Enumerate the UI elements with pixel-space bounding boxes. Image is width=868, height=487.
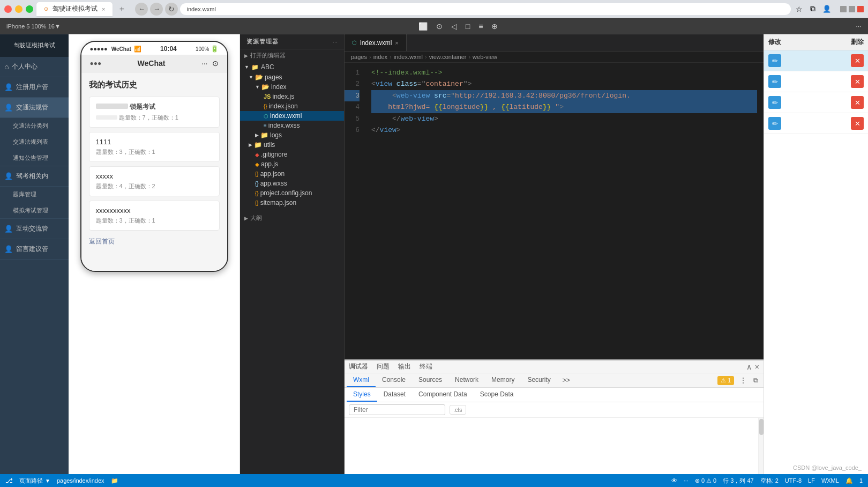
sidebar-item-users[interactable]: 👤 注册用户管 [0, 77, 69, 98]
star-btn[interactable]: ☆ [793, 3, 805, 15]
exam-card-3[interactable]: xxxxxxxxxx 题量数：3，正确数：1 [89, 201, 220, 231]
devtools-problems-tab[interactable]: 问题 [377, 362, 390, 371]
nav-forward-btn[interactable]: → [150, 3, 163, 16]
account-btn[interactable]: 👤 [821, 3, 833, 15]
sidebar-item-interaction[interactable]: 👤 互动交流管 [0, 219, 69, 239]
devtools-collapse-btn[interactable]: ∧ [746, 363, 752, 371]
breadcrumb-container[interactable]: view.container [429, 54, 467, 60]
tool5-btn[interactable]: ≡ [478, 22, 483, 31]
toolbar-more-btn[interactable]: ··· [856, 22, 862, 30]
code-content[interactable]: <!--index.wxml--> <view class="container… [365, 63, 764, 359]
file-tree-outline[interactable]: ▶ 大纲 [240, 212, 344, 224]
delete-btn-1[interactable]: ✕ [851, 54, 864, 67]
browser-tab[interactable]: ⊙ 驾驶证模拟考试 × [36, 2, 113, 16]
warn-badge[interactable]: ⚠ 1 [717, 376, 734, 385]
file-node-utils[interactable]: ▶ 📁 utils [240, 140, 344, 150]
open-editor-section[interactable]: ▶ 打开的编辑器 [240, 49, 344, 62]
tool3-btn[interactable]: ◁ [451, 22, 457, 31]
devtools-undock-btn[interactable]: ⧉ [750, 374, 761, 386]
error-indicator[interactable]: ⊗ 0 ⚠ 0 [695, 477, 716, 484]
devtools-tab-security[interactable]: Security [521, 373, 557, 387]
sidebar-item-exam[interactable]: 👤 驾考相关内 [0, 166, 69, 187]
file-node-app-json[interactable]: {} app.json [240, 169, 344, 179]
sidebar-item-personal[interactable]: ⌂ 个人中心 [0, 57, 69, 77]
code-tab-close-icon[interactable]: × [395, 40, 398, 46]
file-node-index-wxss[interactable]: ≡ index.wxss [240, 121, 344, 130]
breadcrumb-index[interactable]: index [373, 54, 387, 60]
device-selector[interactable]: iPhone 5 100% 16▼ [6, 23, 61, 29]
error-icon: ⊗ [695, 477, 700, 484]
edit-btn-4[interactable]: ✏ [768, 117, 781, 130]
tool6-btn[interactable]: ⊕ [491, 22, 498, 31]
exam-card-1[interactable]: 1111 题量数：3，正确数：1 [89, 132, 220, 162]
file-node-gitignore[interactable]: ◆ .gitignore [240, 150, 344, 159]
subtab-dataset[interactable]: Dataset [377, 388, 412, 402]
file-tree-more-btn[interactable]: ··· [333, 39, 338, 45]
bell-icon[interactable]: 🔔 [845, 477, 853, 484]
nav-refresh-btn[interactable]: ↻ [165, 3, 178, 16]
subtab-styles[interactable]: Styles [347, 388, 377, 402]
devtools-tab-memory[interactable]: Memory [485, 373, 521, 387]
cls-badge[interactable]: .cls [450, 405, 466, 415]
tab-close-icon[interactable]: × [102, 6, 105, 12]
folder-icon[interactable]: 📁 [111, 477, 118, 484]
delete-btn-3[interactable]: ✕ [851, 96, 864, 109]
file-node-index-wxml[interactable]: ⬡ index.wxml [240, 111, 344, 121]
phone-record-btn[interactable]: ⊙ [212, 59, 219, 68]
sidebar-item-traffic[interactable]: 👤 交通法规管 [0, 98, 69, 118]
page-path-label[interactable]: 页面路径 ▼ [19, 477, 50, 485]
delete-btn-2[interactable]: ✕ [851, 75, 864, 88]
breadcrumb-webview[interactable]: web-view [473, 54, 497, 60]
file-node-project-config[interactable]: {} project.config.json [240, 188, 344, 198]
file-node-index-js[interactable]: JS index.js [240, 92, 344, 101]
tool1-btn[interactable]: ⬜ [418, 22, 428, 31]
file-node-index-json[interactable]: {} index.json [240, 101, 344, 111]
back-home-link[interactable]: 返回首页 [89, 237, 220, 246]
statusbar-more-btn[interactable]: ··· [684, 477, 689, 484]
tool2-btn[interactable]: ⊙ [436, 22, 443, 31]
phone-menu-dots[interactable]: ··· [201, 59, 208, 68]
devtools-terminal-tab[interactable]: 终端 [420, 362, 432, 371]
breadcrumb-pages[interactable]: pages [351, 54, 367, 60]
devtools-tab-sources[interactable]: Sources [412, 373, 448, 387]
address-bar[interactable]: index.wxml [180, 3, 791, 15]
file-node-sitemap[interactable]: {} sitemap.json [240, 198, 344, 208]
devtools-tab-console[interactable]: Console [376, 373, 412, 387]
devtools-settings-btn[interactable]: ⋮ [736, 374, 750, 387]
sidebar-sub-mock[interactable]: 模拟考试管理 [0, 203, 69, 219]
breadcrumb-file[interactable]: index.wxml [394, 54, 423, 60]
devtools-filter-input[interactable] [349, 404, 445, 415]
subtab-scope-data[interactable]: Scope Data [474, 388, 520, 402]
sidebar-sub-list[interactable]: 交通法规列表 [0, 134, 69, 150]
file-node-index-folder[interactable]: ▼ 📂 index [240, 82, 344, 92]
sidebar-sub-notice[interactable]: 通知公告管理 [0, 150, 69, 166]
remote-icon[interactable]: ⎇ [5, 477, 13, 484]
file-node-app-wxss[interactable]: {} app.wxss [240, 179, 344, 188]
sidebar-item-feedback[interactable]: 👤 留言建议管 [0, 239, 69, 260]
new-tab-btn[interactable]: + [116, 3, 128, 15]
sidebar-sub-category[interactable]: 交通法分类列 [0, 118, 69, 134]
edit-btn-1[interactable]: ✏ [768, 54, 781, 67]
devtools-output-tab[interactable]: 输出 [398, 362, 411, 371]
edit-btn-3[interactable]: ✏ [768, 96, 781, 109]
nav-back-btn[interactable]: ← [135, 3, 148, 16]
tool4-btn[interactable]: □ [466, 22, 470, 31]
exam-card-2[interactable]: xxxxx 题量数：4，正确数：2 [89, 166, 220, 196]
delete-btn-4[interactable]: ✕ [851, 117, 864, 130]
devtools-tab-network[interactable]: Network [448, 373, 485, 387]
devtools-close-btn[interactable]: × [755, 363, 759, 371]
subtab-component-data[interactable]: Component Data [412, 388, 474, 402]
code-tab-wxml[interactable]: ⬡ index.wxml × [345, 34, 407, 51]
sidebar-sub-question[interactable]: 题库管理 [0, 187, 69, 203]
edit-btn-2[interactable]: ✏ [768, 75, 781, 88]
file-node-pages[interactable]: ▼ 📂 pages [240, 72, 344, 82]
file-node-logs[interactable]: ▶ 📁 logs [240, 130, 344, 140]
exam-card-0[interactable]: 锁题考试 题量数：7，正确数：1 [89, 97, 220, 128]
extension-btn[interactable]: ⧉ [807, 3, 819, 15]
phone-back-btn[interactable]: ●●● [90, 60, 102, 67]
eye-icon[interactable]: 👁 [671, 477, 677, 484]
file-tree-root[interactable]: ▼ 📁 ABC [240, 62, 344, 72]
devtools-tab-wxml[interactable]: Wxml [347, 373, 376, 387]
devtools-tab-more[interactable]: >> [557, 374, 575, 387]
file-node-app-js[interactable]: ◆ app.js [240, 159, 344, 169]
